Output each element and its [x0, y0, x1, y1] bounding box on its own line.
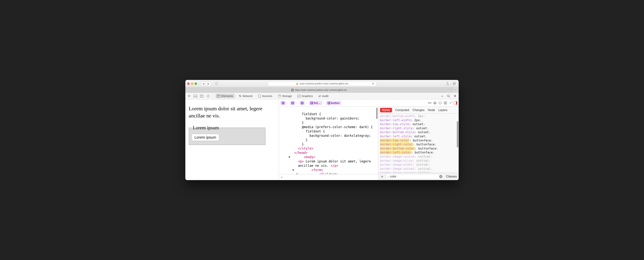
style-row[interactable]: border-right-color: buttonface; [380, 142, 457, 147]
styles-pane: Styles Computed Changes Node Layers bord… [378, 106, 459, 180]
zoom-window-button[interactable] [195, 83, 197, 85]
tab-storage-label: Storage [282, 94, 292, 97]
page-paragraph: Lorem ipsum dolor sit amet, legere ancil… [189, 105, 276, 119]
minimize-window-button[interactable] [191, 83, 193, 85]
clear-filter-button[interactable]: ✕ [439, 175, 442, 178]
styles-list[interactable]: border-bottom-width: 2px;border-left-wid… [378, 114, 459, 173]
address-bar[interactable]: 🔒 color-scheme-prefers-color-scheme.glit… [268, 81, 376, 86]
dock-bottom-icon[interactable] [194, 94, 197, 98]
tab-elements[interactable]: Elements [216, 94, 235, 98]
style-row[interactable]: border-image-source: initial; [380, 155, 457, 159]
filter-value: color [390, 175, 396, 178]
tab-sources-label: Sources [262, 94, 272, 97]
page-preview: Lorem ipsum dolor sit amet, legere ancil… [185, 99, 279, 180]
classes-button[interactable]: Classes [446, 175, 457, 178]
styles-tab-computed[interactable]: Computed [396, 108, 409, 112]
tab-network[interactable]: ⇅ Network [238, 94, 254, 98]
share-button[interactable] [445, 82, 450, 86]
style-row[interactable]: border-bottom-width: 2px; [380, 114, 457, 118]
crumb-button[interactable]: E button [326, 101, 341, 105]
toggle-right-panel-icon[interactable] [454, 101, 457, 105]
svg-rect-13 [217, 95, 220, 97]
style-row[interactable]: border-image-outset: initial; [380, 167, 457, 171]
element-picker-icon[interactable] [206, 94, 210, 98]
graphics-icon [298, 95, 300, 97]
style-row[interactable]: border-bottom-style: outset; [380, 130, 457, 134]
svg-rect-3 [454, 83, 456, 84]
svg-line-19 [449, 96, 450, 97]
browser-tab[interactable]: C https://color-scheme-prefers-color-sch… [185, 87, 453, 92]
crumb-fieldset[interactable]: E fiel… [309, 101, 322, 105]
svg-point-16 [278, 95, 281, 95]
style-row[interactable]: border-top-style: outset; [380, 122, 457, 126]
close-window-button[interactable] [187, 83, 190, 85]
style-row[interactable]: border-left-color: buttonface; [380, 151, 457, 155]
traffic-lights [187, 83, 197, 85]
style-row[interactable]: border-left-style: outset; [380, 134, 457, 139]
grid-icon[interactable] [443, 101, 448, 105]
devtools-toolbar: ✕ Elements ⇅ Network Sources Storage [185, 93, 459, 99]
style-row[interactable]: border-top-color: buttonface; [380, 139, 457, 143]
new-rule-button[interactable]: ＋ [380, 174, 384, 179]
tab-graphics-label: Graphics [302, 94, 313, 97]
svg-rect-17 [298, 95, 300, 97]
audit-icon: ⇄ [318, 94, 321, 98]
styles-filter-input[interactable]: ⌕ color ✕ [386, 174, 444, 179]
elements-icon [217, 95, 220, 97]
sources-icon [258, 94, 261, 97]
styles-tab-node[interactable]: Node [428, 108, 435, 112]
ruler-icon[interactable] [428, 101, 432, 105]
tab-elements-label: Elements [222, 94, 233, 97]
dom-scrollbar[interactable] [376, 108, 378, 119]
dom-tree[interactable]: fieldset { background-color: gainsboro; … [279, 106, 378, 174]
page-fieldset: Lorem ipsum Lorem ipsum [189, 125, 266, 145]
sidebar-toggle-button[interactable] [214, 81, 220, 86]
back-button[interactable]: ◀ [201, 81, 206, 86]
reload-button[interactable]: ⟳ [372, 82, 374, 85]
style-row[interactable]: border-image-width: initial; [380, 163, 457, 167]
svg-rect-25 [434, 102, 436, 103]
styles-tab-changes[interactable]: Changes [412, 108, 424, 112]
chevron-right-icon: 〉 [296, 101, 298, 104]
tab-graphics[interactable]: Graphics [296, 94, 314, 98]
tab-audit-label: Audit [322, 94, 328, 97]
style-row[interactable]: border-image-repeat: initial; [380, 171, 457, 173]
dock-side-icon[interactable] [200, 94, 204, 98]
chevron-right-icon: 〉 [306, 101, 308, 104]
element-path-row: E 〉 E 〉 E 〉 E fiel… 〉 E button [279, 99, 459, 106]
forward-button[interactable]: ▶ [206, 81, 211, 86]
crumb-2[interactable]: E [290, 101, 295, 105]
tab-audit[interactable]: ⇄ Audit [317, 94, 330, 98]
styles-scrollbar[interactable] [457, 121, 458, 148]
svg-rect-28 [439, 102, 442, 104]
chevron-right-icon: 〉 [323, 101, 325, 104]
style-row[interactable]: border-image-slice: initial; [380, 159, 457, 163]
new-tab-button[interactable]: ＋ [453, 87, 459, 92]
network-icon: ⇅ [239, 94, 241, 98]
tab-storage[interactable]: Storage [276, 94, 294, 98]
styles-tab-styles[interactable]: Styles [380, 108, 392, 112]
styles-tab-layers[interactable]: Layers [438, 108, 448, 112]
tab-bar: C https://color-scheme-prefers-color-sch… [185, 87, 459, 93]
tab-sources[interactable]: Sources [257, 94, 274, 98]
overflow-button[interactable]: » [440, 94, 444, 98]
style-row[interactable]: border-left-width: 2px; [380, 118, 457, 122]
crumb-1[interactable]: E [280, 101, 286, 105]
svg-rect-20 [428, 102, 431, 103]
console-prompt[interactable]: › [279, 174, 378, 180]
svg-rect-32 [444, 103, 445, 104]
style-row[interactable]: border-right-style: outset; [380, 126, 457, 130]
brush-icon[interactable] [448, 101, 453, 105]
print-icon[interactable] [433, 101, 437, 105]
device-icon[interactable] [438, 101, 442, 105]
close-devtools-button[interactable]: ✕ [187, 94, 191, 98]
svg-rect-31 [446, 102, 447, 103]
search-icon[interactable] [447, 94, 450, 98]
dom-pane: fieldset { background-color: gainsboro; … [279, 106, 378, 180]
favicon: C [291, 89, 294, 91]
crumb-3[interactable]: E [300, 101, 305, 105]
show-all-tabs-button[interactable] [452, 82, 457, 86]
page-button[interactable]: Lorem ipsum [192, 134, 219, 141]
gear-icon[interactable]: ⚙ [453, 94, 457, 98]
style-row[interactable]: border-bottom-color: buttonface; [380, 147, 457, 151]
